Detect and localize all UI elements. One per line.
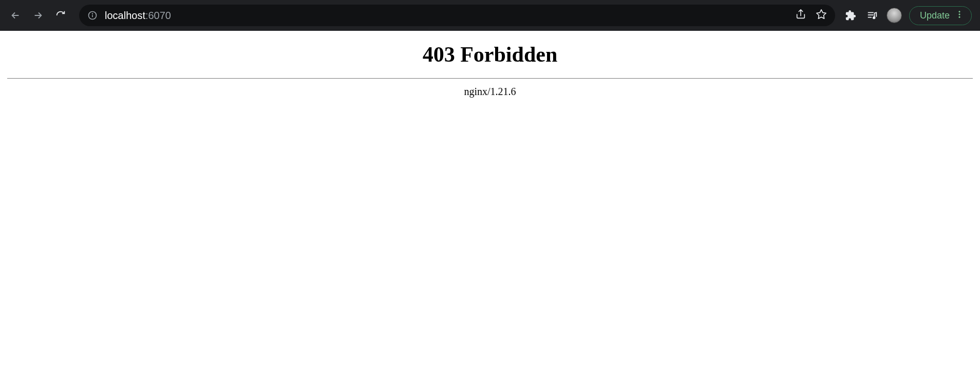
arrow-left-icon xyxy=(10,10,21,21)
url-display[interactable]: localhost:6070 xyxy=(105,10,788,22)
arrow-right-icon xyxy=(32,10,44,21)
svg-point-6 xyxy=(873,17,875,19)
url-port: :6070 xyxy=(145,10,171,22)
share-icon xyxy=(795,9,806,20)
address-bar[interactable]: localhost:6070 xyxy=(79,5,835,26)
back-button[interactable] xyxy=(5,5,26,26)
address-bar-actions xyxy=(795,9,827,22)
update-label: Update xyxy=(920,10,950,21)
page-content: 403 Forbidden nginx/1.21.6 xyxy=(0,31,980,106)
reload-button[interactable] xyxy=(50,5,71,26)
info-icon xyxy=(87,10,98,21)
site-info-button[interactable] xyxy=(87,10,98,21)
star-icon xyxy=(816,9,827,20)
nav-buttons xyxy=(5,5,71,26)
toolbar-right: Update xyxy=(843,6,975,25)
dots-vertical-icon xyxy=(955,10,964,19)
media-control-button[interactable] xyxy=(865,8,879,23)
share-button[interactable] xyxy=(795,9,806,22)
forward-button[interactable] xyxy=(28,5,48,26)
browser-toolbar: localhost:6070 Update xyxy=(0,0,980,31)
profile-avatar[interactable] xyxy=(887,8,902,23)
update-button[interactable]: Update xyxy=(909,6,972,25)
music-list-icon xyxy=(866,10,878,21)
svg-point-8 xyxy=(959,13,960,14)
divider xyxy=(7,78,973,79)
svg-point-7 xyxy=(959,11,960,12)
error-heading: 403 Forbidden xyxy=(5,42,975,67)
browser-menu-button[interactable] xyxy=(955,10,964,22)
server-version: nginx/1.21.6 xyxy=(5,86,975,98)
puzzle-icon xyxy=(845,10,856,21)
svg-point-9 xyxy=(959,16,960,17)
svg-point-2 xyxy=(92,13,93,14)
url-host: localhost xyxy=(105,10,145,22)
reload-icon xyxy=(55,10,66,21)
bookmark-button[interactable] xyxy=(816,9,827,22)
extensions-button[interactable] xyxy=(843,8,858,23)
